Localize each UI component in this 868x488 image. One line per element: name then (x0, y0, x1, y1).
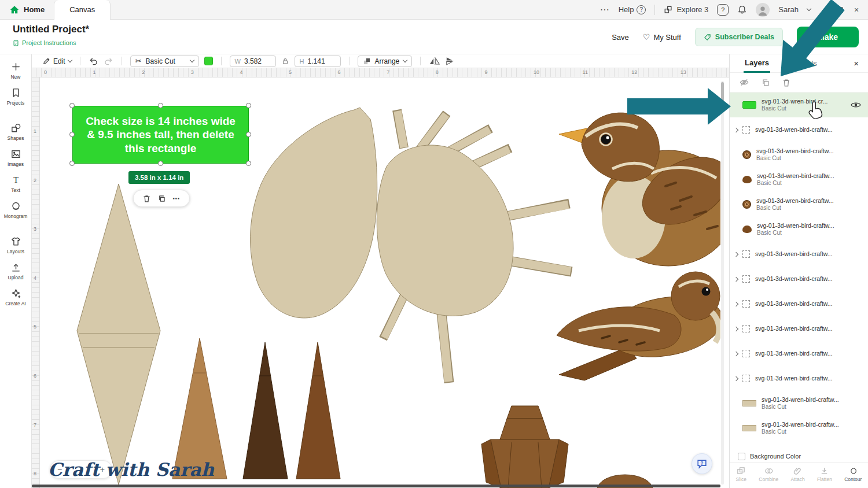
notifications-bell-icon[interactable] (737, 5, 747, 14)
layer-row[interactable]: svg-01-3d-wren-bird-craftw... (730, 267, 868, 291)
user-name[interactable]: Sarah (778, 5, 799, 14)
background-color-row[interactable]: Background Color (730, 450, 868, 463)
sidebar-item-shapes[interactable]: Shapes (0, 123, 32, 141)
shape-basket[interactable] (481, 406, 568, 488)
canvas-tab[interactable]: Canvas (54, 0, 111, 20)
selection-handle-ne[interactable] (246, 103, 251, 108)
delete-layers-trash-icon[interactable] (782, 78, 791, 87)
shape-cone-medium[interactable] (296, 342, 340, 479)
shape-bird-body-left[interactable] (251, 108, 377, 318)
selection-handle-e[interactable] (246, 132, 251, 137)
duplicate-layers-icon[interactable] (761, 78, 770, 87)
bird-illustration-flying[interactable] (557, 272, 720, 380)
maximize-button[interactable] (837, 7, 843, 13)
bird-illustration-top[interactable] (559, 113, 720, 266)
canvas-horizontal-scrollbar[interactable] (32, 485, 720, 487)
visibility-eye-icon[interactable] (851, 102, 861, 108)
expand-chevron-icon[interactable] (734, 252, 738, 256)
delete-trash-icon[interactable] (142, 194, 151, 203)
lock-icon[interactable] (281, 57, 289, 65)
layer-row[interactable]: svg-01-3d-wren-bird-craftw... Basic Cut (730, 416, 868, 441)
attach-button[interactable]: Attach (791, 467, 805, 482)
expand-chevron-icon[interactable] (734, 376, 738, 380)
sidebar-item-projects[interactable]: Projects (0, 87, 32, 106)
make-button[interactable]: Make (797, 27, 859, 47)
selected-note-rectangle[interactable]: Check size is 14 inches wide & 9.5 inche… (72, 106, 249, 164)
expand-chevron-icon[interactable] (734, 326, 738, 331)
flip-horizontal-icon[interactable] (429, 57, 440, 65)
my-stuff-button[interactable]: ♡ My Stuff (643, 32, 681, 42)
shape-kite[interactable] (77, 184, 160, 485)
left-sidebar: New Projects Shapes Images T Text Monogr… (0, 54, 32, 488)
linetype-dropdown[interactable]: ✂ Basic Cut (130, 56, 199, 67)
width-field[interactable]: W 3.582 (230, 56, 276, 67)
layer-row[interactable]: svg-01-3d-wren-bird-craftw... (730, 341, 868, 366)
layer-row[interactable]: svg-01-3d-wren-bird-craftw... Basic Cut (730, 217, 868, 242)
selection-handle-nw[interactable] (69, 103, 75, 108)
panel-close-icon[interactable]: × (854, 58, 859, 68)
help-menu[interactable]: Help ? (619, 5, 646, 14)
selection-handle-sw[interactable] (69, 161, 75, 166)
tab-layers[interactable]: Layers (744, 54, 770, 73)
selection-handle-w[interactable] (69, 132, 75, 137)
sidebar-item-text[interactable]: T Text (0, 175, 32, 193)
tab-materials[interactable]: Materials (786, 59, 817, 68)
layer-row[interactable]: svg-01-3d-wren-bird-craftw... Basic Cut (730, 142, 868, 167)
minimize-button[interactable]: − (819, 5, 829, 14)
arrange-dropdown[interactable]: Arrange (358, 56, 413, 67)
redo-icon[interactable] (104, 57, 113, 65)
project-instructions-link[interactable]: Project Instructions (13, 39, 76, 46)
sidebar-item-create-ai[interactable]: Create AI (0, 288, 32, 306)
combine-button[interactable]: Combine (759, 467, 778, 482)
canvas-vertical-scrollbar[interactable] (721, 81, 724, 485)
background-color-checkbox[interactable] (738, 453, 745, 460)
sidebar-item-new[interactable]: New (0, 61, 32, 80)
flatten-button[interactable]: Flatten (817, 467, 832, 482)
selection-handle-se[interactable] (246, 161, 251, 166)
expand-chevron-icon[interactable] (734, 351, 738, 356)
selection-handle-s[interactable] (158, 161, 163, 166)
help-chat-button[interactable]: ? (692, 453, 712, 474)
contour-button[interactable]: Contour (844, 467, 862, 482)
layer-row[interactable]: svg-01-3d-wren-bird-craftw... (730, 366, 868, 391)
home-tab[interactable]: Home (0, 0, 54, 20)
expand-chevron-icon[interactable] (734, 276, 738, 281)
sidebar-item-layouts[interactable]: Layouts (0, 236, 32, 254)
close-window-button[interactable]: × (852, 5, 861, 14)
sidebar-item-upload[interactable]: Upload (0, 262, 32, 280)
more-options-icon[interactable]: ⋯ (172, 194, 181, 203)
expand-chevron-icon[interactable] (734, 127, 738, 132)
flip-vertical-icon[interactable] (446, 57, 457, 65)
sidebar-item-images[interactable]: Images (0, 149, 32, 167)
selection-handle-n[interactable] (158, 103, 163, 108)
hide-eye-slash-icon[interactable] (739, 78, 749, 87)
canvas-area[interactable]: Check size is 14 inches wide & 9.5 inche… (40, 77, 720, 488)
color-swatch[interactable] (204, 57, 213, 65)
shape-bird-body-right[interactable] (377, 145, 513, 316)
layer-row[interactable]: svg-01-3d-wren-bird-craftw... Basic Cut (730, 167, 868, 192)
user-chevron-down-icon[interactable] (807, 6, 811, 10)
slice-button[interactable]: Slice (736, 467, 746, 482)
more-menu-icon[interactable]: ⋯ (600, 4, 610, 15)
duplicate-icon[interactable] (157, 194, 166, 203)
expand-chevron-icon[interactable] (734, 301, 738, 306)
avatar[interactable] (756, 3, 770, 17)
layer-row[interactable]: svg-01-3d-wren-bird-craftw... Basic Cut (730, 391, 868, 416)
undo-icon[interactable] (89, 57, 98, 65)
subscriber-deals-button[interactable]: Subscriber Deals (695, 28, 783, 46)
edit-button[interactable]: Edit (42, 57, 72, 65)
layer-row[interactable]: svg-01-3d-wren-bird-cr... Basic Cut (730, 93, 868, 117)
save-button[interactable]: Save (612, 33, 629, 42)
height-field[interactable]: H 1.141 (295, 56, 341, 67)
layer-row[interactable]: svg-01-3d-wren-bird-craftw... (730, 117, 868, 142)
shape-cone-dark[interactable] (243, 342, 288, 479)
explore-menu[interactable]: Explore 3 (664, 5, 708, 14)
layer-row[interactable]: svg-01-3d-wren-bird-craftw... (730, 242, 868, 267)
layer-row[interactable]: svg-01-3d-wren-bird-craftw... (730, 291, 868, 316)
slice-label: Slice (736, 476, 746, 482)
layer-row[interactable]: svg-01-3d-wren-bird-craftw... Basic Cut (730, 192, 868, 217)
feedback-icon[interactable]: ? (717, 4, 729, 16)
layer-row[interactable]: svg-01-3d-wren-bird-craftw... (730, 316, 868, 341)
sidebar-item-monogram[interactable]: Monogram (0, 201, 32, 219)
shape-cone-light[interactable] (172, 338, 227, 479)
